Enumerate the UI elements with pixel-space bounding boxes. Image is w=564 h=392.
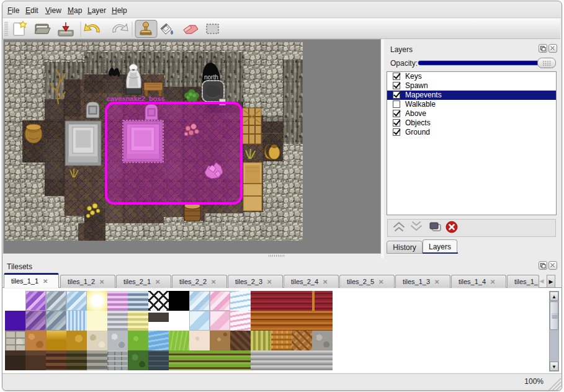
svg-text:north: north (204, 74, 218, 81)
svg-text:cavesnake2_boss: cavesnake2_boss (107, 95, 165, 102)
